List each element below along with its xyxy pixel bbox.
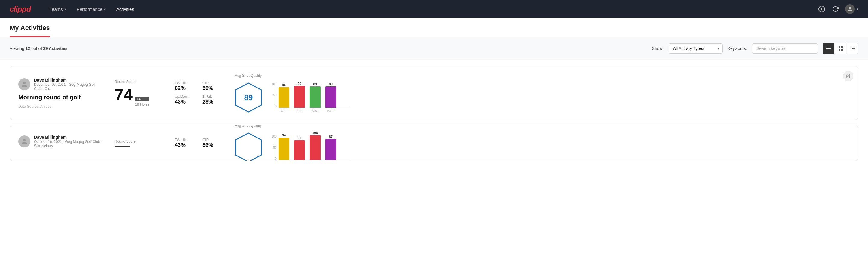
card-left: Dave Billingham October 16, 2021 - Gog M… [18,135,102,151]
bar-label-arg: ARG [310,109,320,113]
shot-quality-header: Avg Shot Quality [235,74,262,78]
shot-quality-inner: Avg Shot Quality [235,125,350,161]
viewing-text: Viewing 12 out of 29 Activities [10,46,647,51]
card-left: Dave Billingham December 05, 2021 - Gog … [18,78,102,109]
app-logo: clippd [10,4,31,14]
fw-hit-label: FW Hit [175,81,195,85]
stats-section: FW Hit 43% GIR 56% [175,138,223,148]
bar-group-arg: 106 [310,131,320,160]
bar-label-app: APP [294,109,305,113]
chart-area: 94 82 106 [279,135,350,160]
bar-chart: 100 50 0 94 [272,135,350,160]
user-details: Dave Billingham December 05, 2021 - Gog … [34,78,102,91]
score-detail: +4 18 Holes [135,96,149,107]
one-putt-label: 1 Putt [203,94,223,99]
hex-score: 89 [244,93,253,102]
svg-rect-11 [852,47,855,47]
grid-view-button[interactable] [835,43,846,54]
bar-group-putt: 89 [326,82,336,108]
show-label: Show: [652,46,664,51]
user-avatar-button[interactable]: ▾ [845,4,858,14]
nav-right: ▾ [817,4,858,14]
refresh-icon[interactable] [831,5,840,13]
bar-labels: OTT APP ARG PUTT [279,109,350,113]
activity-card: Dave Billingham December 05, 2021 - Gog … [10,66,858,120]
gir-label: GIR [203,138,223,142]
fw-hit-value: 43% [175,142,195,148]
user-info: Dave Billingham October 16, 2021 - Gog M… [18,135,102,148]
nav-links: Teams ▾ Performance ▾ Activities [45,4,808,14]
user-menu-chevron-icon: ▾ [857,7,858,11]
user-date: December 05, 2021 - Gog Magog Golf Club … [34,83,102,91]
bar-arg [310,86,320,108]
gir-stat: GIR 50% [203,81,223,91]
fw-hit-label: FW Hit [175,138,195,142]
bars-container: 85 90 [279,83,350,108]
svg-rect-5 [827,50,831,50]
gir-label: GIR [203,81,223,85]
chart-area: 85 90 [279,83,350,113]
svg-rect-15 [852,50,855,50]
shot-quality-content: 89 100 50 0 [235,83,350,113]
shot-quality-header: Avg Shot Quality [235,125,262,127]
round-score-section: Round Score [115,139,163,147]
stats-section: FW Hit 62% GIR 50% Up/Down 43% 1 Putt 28… [175,81,223,105]
bar-chart-container: 100 50 0 94 [272,135,350,160]
shot-quality-section: Avg Shot Quality [235,125,850,161]
gir-value: 56% [203,142,223,148]
bar-putt [326,139,336,160]
add-icon[interactable] [817,5,826,13]
bar-group-ott: 94 [279,133,289,160]
bar-app [294,86,305,108]
activity-type-select[interactable]: All Activity Types [669,43,723,54]
bar-value-putt: 89 [329,82,333,86]
page-header: My Activities [0,18,868,37]
activities-list: Dave Billingham December 05, 2021 - Gog … [0,60,868,167]
filter-bar: Viewing 12 out of 29 Activities Show: Al… [0,37,868,60]
user-date: October 16, 2021 - Gog Magog Golf Club -… [34,140,102,148]
avatar [18,136,30,147]
bar-group-arg: 89 [310,82,320,108]
user-name: Dave Billingham [34,78,102,83]
bar-ott [279,87,289,108]
bar-putt [326,86,336,108]
bar-group-app: 90 [294,82,305,108]
detail-view-button[interactable] [847,43,858,54]
shot-quality-inner: Avg Shot Quality 89 [235,74,350,113]
view-toggle [823,43,858,54]
nav-teams[interactable]: Teams ▾ [45,4,70,14]
round-score-label: Round Score [115,139,163,144]
round-score-section: Round Score 74 +4 18 Holes [115,80,163,107]
bar-ott [279,138,289,160]
teams-chevron-icon: ▾ [64,7,66,11]
gir-stat: GIR 56% [203,138,223,148]
svg-rect-9 [841,49,843,51]
activity-title: Morning round of golf [18,94,102,101]
score-badge: +4 [135,96,149,101]
round-score-label: Round Score [115,80,163,84]
svg-rect-8 [839,49,840,51]
svg-rect-6 [839,46,840,48]
bar-group-putt: 87 [326,135,336,160]
bar-group-app: 82 [294,136,305,160]
svg-rect-12 [850,48,851,49]
navbar: clippd Teams ▾ Performance ▾ Activities [0,0,868,18]
nav-performance[interactable]: Performance ▾ [72,4,110,14]
bar-app [294,140,305,160]
one-putt-value: 28% [203,99,223,105]
bars-container: 94 82 106 [279,135,350,160]
bar-label-putt: PUTT [326,109,336,113]
keyword-search-input[interactable] [752,43,818,54]
gir-value: 50% [203,85,223,91]
activity-type-select-wrapper: All Activity Types [669,43,723,54]
bar-value-arg: 89 [313,82,317,86]
bar-chart: 100 50 0 85 [272,83,350,113]
fw-hit-stat: FW Hit 43% [175,138,195,148]
performance-chevron-icon: ▾ [104,7,105,11]
nav-activities[interactable]: Activities [112,4,138,14]
svg-rect-4 [827,48,831,49]
svg-rect-7 [841,46,843,48]
list-view-button[interactable] [823,43,834,54]
edit-button[interactable] [843,71,853,81]
avatar [845,4,855,14]
